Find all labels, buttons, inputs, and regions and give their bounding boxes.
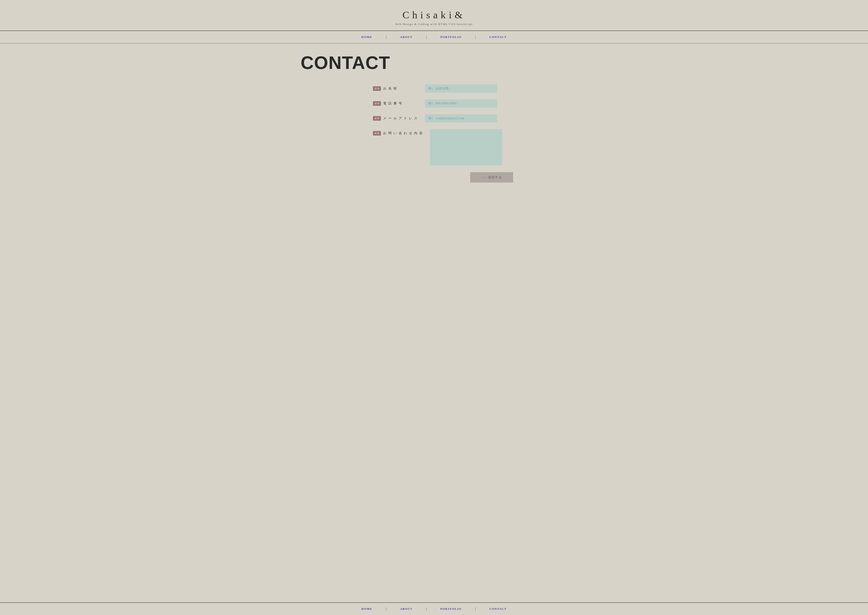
page-title: CONTACT [300, 52, 568, 73]
form-row-phone: 必須 電 話 番 号 [373, 100, 513, 108]
nav-link-home[interactable]: HOME [361, 36, 372, 39]
footer-nav-separator-1: | [372, 607, 400, 611]
footer-nav-item-portfolio: PORTFOLIO [440, 607, 461, 611]
page-wrapper: Chisaki& Web Design & Coding with HTML/C… [0, 0, 868, 615]
nav-item-portfolio: PORTFOLIO [440, 36, 461, 39]
field-label-email: メ ー ル ア ド レ ス [383, 116, 418, 120]
message-textarea[interactable] [430, 129, 502, 165]
nav-link-contact[interactable]: CONTACT [490, 36, 507, 39]
label-group-phone: 必須 電 話 番 号 [373, 100, 418, 106]
site-subtitle: Web Design & Coding with HTML/CSS/JavaSc… [5, 23, 863, 26]
form-row-email: 必須 メ ー ル ア ド レ ス [373, 114, 513, 122]
label-group-name: 必須 お 名 前 [373, 84, 418, 91]
nav-separator-1: | [372, 35, 400, 39]
site-header: Chisaki& Web Design & Coding with HTML/C… [0, 0, 868, 31]
label-group-message: 必須 お 問 い 合 わ せ 内 容 [373, 129, 423, 136]
field-label-message: お 問 い 合 わ せ 内 容 [383, 131, 423, 135]
site-title: Chisaki& [5, 9, 863, 21]
nav-link-about[interactable]: ABOUT [400, 36, 413, 39]
footer-nav-separator-2: | [413, 607, 440, 611]
nav-item-home: HOME [361, 36, 372, 39]
main-nav: HOME | ABOUT | PORTFOLIO | CONTACT [0, 31, 868, 44]
nav-link-portfolio[interactable]: PORTFOLIO [440, 36, 461, 39]
footer-nav-link-portfolio[interactable]: PORTFOLIO [440, 607, 461, 611]
footer-nav-item-contact: CONTACT [490, 607, 507, 611]
footer-nav-link-about[interactable]: ABOUT [400, 607, 413, 611]
required-badge-message: 必須 [373, 131, 381, 136]
nav-separator-3: | [461, 35, 490, 39]
email-input[interactable] [425, 114, 497, 122]
footer-nav-item-home: HOME [361, 607, 372, 611]
footer-nav-link-contact[interactable]: CONTACT [490, 607, 507, 611]
label-group-email: 必須 メ ー ル ア ド レ ス [373, 114, 418, 121]
footer-nav-item-about: ABOUT [400, 607, 413, 611]
field-label-phone: 電 話 番 号 [383, 101, 402, 106]
form-row-name: 必須 お 名 前 [373, 84, 513, 93]
submit-button[interactable]: ---- 送信する [470, 172, 513, 183]
main-content: CONTACT 必須 お 名 前 必須 電 話 番 号 [287, 44, 581, 201]
field-label-name: お 名 前 [383, 87, 397, 91]
footer-nav-list: HOME | ABOUT | PORTFOLIO | CONTACT [0, 607, 868, 611]
content-area: CONTACT 必須 お 名 前 必須 電 話 番 号 [0, 44, 868, 603]
name-input[interactable] [425, 84, 497, 93]
required-badge-name: 必須 [373, 86, 381, 91]
phone-input[interactable] [425, 100, 497, 108]
nav-item-contact: CONTACT [490, 36, 507, 39]
nav-list: HOME | ABOUT | PORTFOLIO | CONTACT [0, 35, 868, 39]
submit-row: ---- 送信する [373, 172, 513, 183]
footer-nav-link-home[interactable]: HOME [361, 607, 372, 611]
required-badge-phone: 必須 [373, 101, 381, 106]
nav-item-about: ABOUT [400, 36, 413, 39]
required-badge-email: 必須 [373, 116, 381, 121]
form-row-message: 必須 お 問 い 合 わ せ 内 容 [373, 129, 513, 165]
site-footer: HOME | ABOUT | PORTFOLIO | CONTACT [0, 603, 868, 615]
footer-nav-separator-3: | [461, 607, 490, 611]
nav-separator-2: | [413, 35, 440, 39]
contact-form: 必須 お 名 前 必須 電 話 番 号 必須 [355, 84, 513, 183]
